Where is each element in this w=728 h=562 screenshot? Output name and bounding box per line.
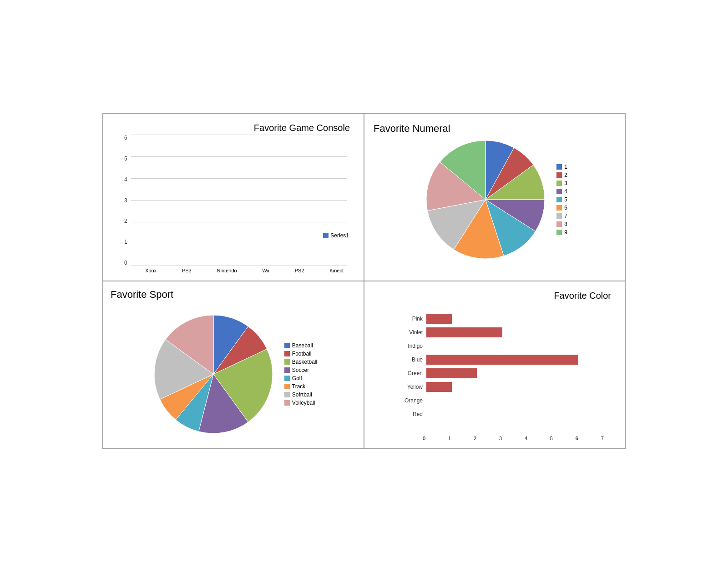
- hbar-label: Blue: [399, 356, 423, 363]
- x-label: PS3: [182, 268, 192, 273]
- legend-item: Volleyball: [284, 400, 317, 406]
- legend-color-box: [556, 213, 562, 219]
- panel-game-console: Favorite Game Console 0123456 Series1 Xb…: [103, 113, 364, 281]
- numeral-title: Favorite Numeral: [374, 123, 450, 135]
- legend-color-box: [284, 343, 290, 348]
- hbar-label: Indigo: [399, 343, 423, 349]
- legend-label: 5: [564, 196, 567, 203]
- hbar-rect: [426, 382, 452, 392]
- y-label: 0: [124, 260, 127, 266]
- legend-color-box: [556, 172, 562, 178]
- sport-legend: BaseballFootballBasketballSoccerGolfTrac…: [284, 342, 317, 406]
- legend-item: Track: [284, 383, 317, 390]
- hbar-x-label: 5: [550, 436, 553, 441]
- hbar-x-label: 0: [423, 436, 425, 441]
- legend-label: Track: [292, 383, 306, 390]
- sport-pie-area: BaseballFootballBasketballSoccerGolfTrac…: [111, 289, 356, 441]
- bar-legend-label: Series1: [330, 232, 349, 239]
- legend-color-box: [284, 400, 290, 406]
- legend-label: Soccer: [292, 367, 309, 373]
- legend-item: Sofrtball: [284, 391, 317, 398]
- bar-legend: Series1: [323, 232, 349, 239]
- hbar-wrap: [426, 409, 604, 419]
- legend-color-box: [284, 392, 290, 397]
- legend-label: 1: [564, 164, 567, 170]
- legend-item: 2: [556, 172, 567, 178]
- x-label: Kinect: [329, 268, 344, 273]
- legend-item: Baseball: [284, 342, 317, 349]
- y-axis-labels: 0123456: [124, 135, 127, 266]
- legend-item: Basketball: [284, 359, 317, 365]
- legend-label: 8: [564, 221, 567, 227]
- legend-label: Volleyball: [292, 400, 315, 406]
- numeral-legend: 123456789: [556, 164, 567, 236]
- y-label: 1: [124, 239, 127, 245]
- legend-label: Golf: [292, 375, 302, 381]
- legend-color-box: [284, 384, 290, 389]
- hbar-rect: [426, 327, 502, 337]
- hbar-wrap: [426, 314, 604, 324]
- dashboard: Favorite Game Console 0123456 Series1 Xb…: [102, 113, 626, 449]
- legend-color-box: [284, 367, 290, 373]
- numeral-pie-area: 123456789: [372, 121, 617, 273]
- y-label: 4: [124, 176, 127, 183]
- hbar-label: Green: [399, 370, 423, 376]
- hbar-row: Blue: [399, 355, 604, 365]
- legend-label: 7: [564, 213, 567, 219]
- bar-legend-color: [323, 233, 329, 238]
- hbar-row: Yellow: [399, 382, 604, 392]
- hbar-row: Indigo: [399, 341, 604, 351]
- legend-color-box: [556, 205, 562, 211]
- legend-label: Baseball: [292, 342, 313, 349]
- hbar-x-label: 6: [576, 436, 578, 441]
- y-label: 3: [124, 197, 127, 204]
- x-label: Xbox: [145, 268, 157, 273]
- x-axis-labels: XboxPS3NintendoWiiPS2Kinect: [111, 266, 356, 273]
- color-title: Favorite Color: [554, 291, 611, 301]
- hbar-label: Orange: [399, 397, 423, 404]
- hbar-wrap: [426, 327, 604, 337]
- y-label: 2: [124, 218, 127, 224]
- legend-item: 9: [556, 229, 567, 236]
- hbar-wrap: [426, 341, 604, 351]
- hbar-x-label: 7: [601, 436, 604, 441]
- legend-label: 2: [564, 172, 567, 178]
- panel-sport: Favorite Sport BaseballFootballBasketbal…: [103, 281, 364, 449]
- legend-label: 4: [564, 188, 567, 195]
- hbar-rect: [426, 314, 452, 324]
- legend-label: Basketball: [292, 359, 317, 365]
- hbar-label: Yellow: [399, 384, 423, 390]
- hbar-wrap: [426, 396, 604, 406]
- y-label: 5: [124, 156, 127, 162]
- legend-item: 4: [556, 188, 567, 195]
- legend-item: Soccer: [284, 367, 317, 373]
- hbar-wrap: [426, 355, 604, 365]
- legend-color-box: [556, 181, 562, 186]
- hbar-wrap: [426, 368, 604, 378]
- legend-item: 6: [556, 205, 567, 211]
- hbar-row: Green: [399, 368, 604, 378]
- legend-color-box: [556, 189, 562, 194]
- numeral-pie-chart: [422, 136, 549, 263]
- legend-color-box: [556, 221, 562, 227]
- panel-color: Favorite Color PinkVioletIndigoBlueGreen…: [364, 281, 625, 449]
- legend-item: 1: [556, 164, 567, 170]
- hbar-label: Pink: [399, 316, 423, 322]
- hbar-x-labels: 01234567: [372, 435, 617, 441]
- legend-label: 6: [564, 205, 567, 211]
- legend-item: Football: [284, 351, 317, 357]
- hbar-rect: [426, 355, 578, 365]
- legend-item: Golf: [284, 375, 317, 381]
- hbar-row: Orange: [399, 396, 604, 406]
- panel-numeral: Favorite Numeral 123456789: [364, 113, 625, 281]
- hbar-rect: [426, 368, 477, 378]
- legend-label: Football: [292, 351, 312, 357]
- legend-color-box: [284, 351, 290, 356]
- legend-color-box: [556, 197, 562, 202]
- hbar-row: Pink: [399, 314, 604, 324]
- legend-item: 3: [556, 180, 567, 186]
- x-label: PS2: [295, 268, 304, 273]
- legend-color-box: [556, 164, 562, 170]
- sport-title: Favorite Sport: [111, 289, 173, 301]
- hbar-wrap: [426, 382, 604, 392]
